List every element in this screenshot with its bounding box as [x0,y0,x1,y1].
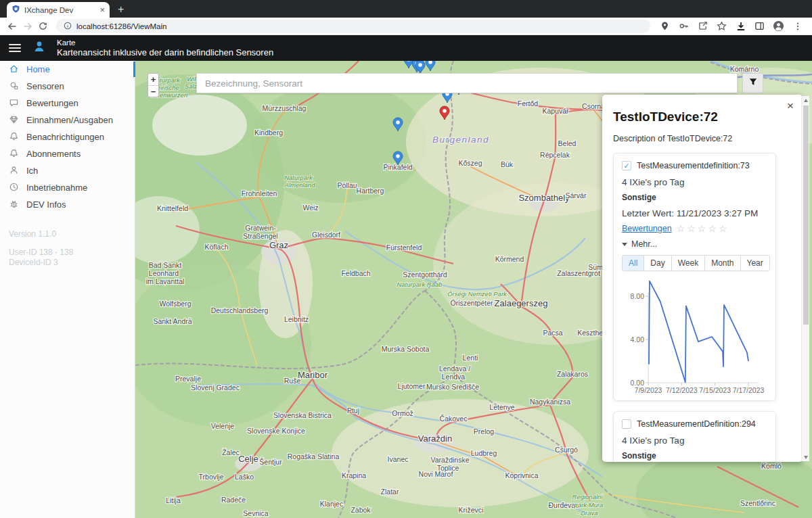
map-label: Ljutomer [398,382,426,390]
map-label: Murska Sobota [382,345,430,353]
sidebar-item-label: Benachrichtigungen [26,132,104,142]
url-text[interactable]: localhost:61286/ViewMain [76,22,166,30]
map-label: Knittelfeld [157,204,188,212]
map-label: Koprivnica [505,471,538,479]
map-label: Pacsa [543,329,562,337]
measurement-card: ✓ TestMeasurementdefinition:73 4 IXie's … [613,153,776,401]
map-label: Varaždinske [430,456,469,464]
sidebar-item-bewertungen[interactable]: Bewertungen [0,95,135,112]
sidebar-nav: HomeSensorenBewertungenEinnahmen/Ausgabe… [0,61,135,213]
sidebar-item-einnahmen-ausgaben[interactable]: Einnahmen/Ausgaben [0,112,135,128]
map-label: Rogaška Slatina [288,452,340,461]
map-label: Leibnitz [284,315,309,323]
map-label: im Lavanttal [146,277,185,285]
device-id: DeviceId-ID 3 [9,258,73,267]
map-label: - Drava [577,509,597,517]
map-label: Szentlőrinc [740,499,775,507]
sidebar-item-inbetriebnahme[interactable]: Inbetriebnahme [0,179,135,196]
filter-button[interactable] [742,73,763,93]
sidebar-item-ich[interactable]: Ich [0,162,135,179]
map-label: Csurgó [555,446,578,454]
bookmark-star-icon[interactable] [714,18,729,34]
app-version: Version 1.1.0 [9,229,73,239]
bell-icon [9,148,19,160]
panel-title: TestIoTDevice:72 [613,110,718,124]
sidebar-item-home[interactable]: Home [0,61,135,78]
zoom-in-button[interactable]: + [148,74,158,85]
sidebar-item-label: Einnahmen/Ausgaben [26,115,113,125]
reload-icon[interactable] [35,18,51,34]
map-label: Prelog [474,427,495,435]
map-label: Zabok [351,506,371,514]
map-label: Leonhard [149,269,179,277]
map-label: Mürzzuschlag [263,104,307,112]
back-icon[interactable] [4,18,20,34]
tab-close-icon[interactable]: × [99,5,105,14]
new-tab-button[interactable]: + [118,2,124,17]
tab-day[interactable]: Day [644,256,671,270]
tab-week[interactable]: Week [671,256,704,270]
map-label: Komló [761,462,782,470]
map-label: Graz [269,240,288,250]
sidebar-item-label: Inbetriebnahme [26,183,87,193]
chart-range-tabs: AllDayWeekMonthYear [622,255,770,271]
clock-icon [9,182,19,194]
star-rating[interactable]: ☆☆☆☆☆ [677,224,729,233]
map-label: Gratwein- [245,224,276,232]
diamond-icon [9,114,19,126]
map-zoom-control: + − [148,73,159,97]
checkbox-unchecked-icon[interactable] [622,419,631,429]
more-expander[interactable]: Mehr... [622,239,767,249]
location-icon[interactable] [657,18,673,34]
tab-month[interactable]: Month [704,256,740,270]
svg-text:4.00: 4.00 [631,335,645,344]
menu-icon[interactable] [9,44,21,52]
tab-all[interactable]: All [623,256,644,270]
tab-year[interactable]: Year [740,256,769,270]
map-label: Slovenj Gradec [191,383,240,392]
ratings-link[interactable]: Bewertungen [622,224,672,233]
checkbox-checked-icon[interactable]: ✓ [622,161,631,170]
browser-tab[interactable]: IXchange Dev × [7,2,110,18]
scroll-down-icon[interactable] [802,453,810,461]
panel-scrollbar[interactable] [801,96,809,461]
profile-icon[interactable] [771,18,786,34]
download-icon[interactable] [733,18,748,34]
sidebar-item-label: Ich [26,166,38,176]
menu-dots-icon[interactable] [790,18,805,34]
map-label: Őriszentpéter [450,298,493,307]
sidebar-item-dev-infos[interactable]: DEV Infos [0,196,135,213]
person-icon[interactable] [32,40,46,56]
sidebar-item-abonnements[interactable]: Abonnements [0,145,135,162]
map-label: Mursko Središče [426,383,479,391]
map-label: Naturpark Raab [397,281,442,288]
map-label: Novi Marof [419,470,453,478]
panel-description: Description of TestIoTDevice:72 [613,134,732,143]
map-label: park Mura [574,501,604,509]
browser-tabstrip: IXchange Dev × + [0,0,812,18]
zoom-out-button[interactable]: − [148,85,158,97]
scrollbar-thumb[interactable] [803,105,809,325]
measurement-info: 4 IXie's pro Tag [622,435,767,446]
close-icon[interactable]: × [787,99,794,113]
map-label: Zlatar [381,488,399,496]
search-input[interactable] [197,74,737,93]
sidebar: HomeSensorenBewertungenEinnahmen/Ausgabe… [0,61,135,518]
map-label: Naturpark [284,174,313,181]
side-panel-icon[interactable] [752,18,767,34]
toolbar-actions [657,18,808,34]
map-label: Sárvár [566,191,587,199]
info-icon[interactable] [64,20,72,32]
sidebar-item-benachrichtigungen[interactable]: Benachrichtigungen [0,128,135,145]
sidebar-item-sensoren[interactable]: Sensoren [0,78,135,95]
scroll-up-icon[interactable] [802,96,810,104]
url-bar[interactable]: localhost:61286/ViewMain [56,19,650,33]
map-label: Šentjur [259,458,282,466]
map-label: Ormož [392,409,413,417]
map-label: Lendva [442,373,466,381]
share-icon[interactable] [695,18,710,34]
measurement-card: TestMeasurementDefinition:294 4 IXie's p… [613,411,776,462]
key-icon[interactable] [676,18,692,34]
forward-icon[interactable] [20,18,35,34]
screen: IXchange Dev × + localhost:61286/ViewMai… [0,0,812,518]
